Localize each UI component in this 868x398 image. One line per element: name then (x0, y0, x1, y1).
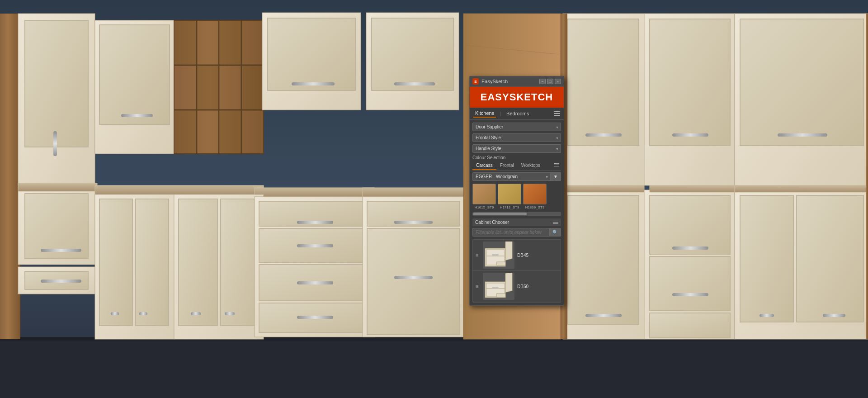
colour-tab-worktops[interactable]: Worktops (518, 161, 544, 170)
cabinet-chooser-header: Cabinet Chooser (472, 218, 561, 226)
swatch-label-h1869: H1869_ST9 (525, 205, 545, 209)
search-row: 🔍 (472, 228, 561, 237)
svg-rect-98 (672, 246, 708, 250)
svg-rect-59 (139, 312, 147, 315)
cabinet-list: ⊞ DB45 (472, 239, 561, 303)
swatch-label-h1615: H1615_ST9 (475, 205, 494, 209)
cabinet-item-db45[interactable]: ⊞ DB45 (473, 240, 561, 271)
svg-rect-108 (797, 195, 863, 322)
svg-rect-56 (99, 199, 132, 326)
svg-rect-57 (136, 199, 169, 326)
app-icon: E (472, 78, 479, 85)
svg-rect-6 (53, 131, 57, 156)
svg-rect-125 (505, 273, 512, 293)
cabinet-chooser-menu-icon[interactable] (553, 221, 558, 224)
svg-rect-110 (823, 314, 845, 317)
panel-window: E EasySketch − □ × EASYSKETCH Kitchens |… (469, 76, 564, 306)
svg-rect-61 (179, 199, 217, 326)
svg-rect-109 (760, 314, 774, 317)
svg-rect-100 (672, 293, 708, 296)
svg-rect-67 (297, 221, 333, 224)
close-button[interactable]: × (555, 79, 561, 84)
colour-tab-menu-icon[interactable] (552, 161, 561, 170)
cabinet-chooser-title: Cabinet Chooser (475, 220, 553, 225)
svg-rect-51 (394, 82, 435, 85)
svg-rect-38 (175, 66, 196, 109)
svg-rect-124 (492, 287, 499, 288)
door-supplier-dropdown-wrap: Door Supplier (472, 123, 561, 131)
minimize-button[interactable]: − (539, 79, 546, 84)
svg-rect-90 (567, 195, 639, 324)
svg-rect-118 (492, 254, 499, 256)
cabinet-expand-db45[interactable]: ⊞ (476, 253, 480, 257)
svg-rect-37 (243, 21, 263, 64)
svg-rect-71 (297, 281, 333, 284)
scene-svg (0, 0, 868, 398)
colour-swatches: H1615_ST9 H1713_ST9 H1869_ST9 (472, 184, 561, 209)
panel-title: EasySketch (481, 79, 537, 84)
svg-rect-87 (567, 19, 639, 146)
svg-rect-73 (297, 316, 333, 319)
cabinet-search-input[interactable] (472, 228, 549, 237)
cabinet-expand-db50[interactable]: ⊞ (476, 284, 480, 289)
colour-selection-label: Colour Selection (472, 155, 561, 160)
svg-rect-102 (650, 185, 740, 192)
svg-rect-88 (585, 133, 622, 137)
svg-rect-35 (198, 21, 218, 64)
egger-btn[interactable]: ▼ (551, 172, 561, 181)
tab-bedrooms[interactable]: Bedrooms (505, 110, 531, 117)
egger-dropdown-row: EGGER - Woodgrain ▼ (472, 172, 561, 181)
swatch-item-0: H1615_ST9 (472, 184, 496, 209)
svg-rect-77 (367, 228, 460, 335)
svg-rect-76 (394, 221, 433, 224)
colour-tabs: Carcass Frontal Worktops (472, 161, 561, 171)
svg-rect-54 (363, 188, 464, 197)
door-supplier-select[interactable]: Door Supplier (472, 123, 561, 131)
cabinet-search-button[interactable]: 🔍 (549, 228, 561, 237)
svg-rect-111 (735, 185, 868, 192)
tab-kitchens[interactable]: Kitchens (473, 109, 496, 118)
swatch-h1615[interactable] (472, 184, 496, 204)
svg-rect-119 (505, 242, 512, 261)
svg-rect-42 (175, 111, 196, 153)
swatch-h1713[interactable] (498, 184, 521, 204)
colour-scroll-thumb (473, 213, 527, 215)
frontal-style-dropdown-wrap: Frontal Style (472, 133, 561, 142)
svg-rect-1 (0, 339, 868, 398)
frontal-style-row: Frontal Style (472, 133, 561, 142)
svg-rect-45 (243, 111, 263, 153)
svg-rect-27 (121, 114, 153, 117)
svg-rect-113 (866, 14, 868, 339)
handle-style-row: Handle Style (472, 144, 561, 153)
panel-body: Door Supplier Frontal Style Handle Style… (470, 120, 564, 305)
svg-rect-34 (175, 21, 196, 64)
app-logo: EASYSKETCH (470, 87, 564, 108)
main-tabs: Kitchens | Bedrooms (470, 108, 564, 120)
colour-scroll-bar[interactable] (472, 212, 561, 216)
tab-menu-icon[interactable] (554, 111, 560, 116)
cabinet-thumb-db45 (483, 242, 514, 269)
svg-rect-95 (672, 133, 708, 137)
svg-rect-116 (496, 262, 505, 265)
colour-tab-carcass[interactable]: Carcass (472, 161, 496, 170)
swatch-item-2: H1869_ST9 (523, 184, 547, 209)
svg-rect-13 (18, 183, 97, 191)
svg-rect-122 (496, 294, 505, 297)
restore-button[interactable]: □ (547, 79, 553, 84)
svg-rect-39 (198, 66, 218, 109)
egger-select[interactable]: EGGER - Woodgrain (472, 172, 551, 181)
svg-rect-78 (394, 276, 433, 279)
svg-rect-91 (585, 314, 622, 317)
titlebar-buttons: − □ × (539, 79, 561, 84)
swatch-h1869[interactable] (523, 184, 547, 204)
colour-tab-frontal[interactable]: Frontal (496, 161, 518, 170)
cabinet-list-scroll[interactable]: ⊞ DB45 (473, 240, 561, 302)
svg-rect-48 (292, 82, 335, 85)
svg-rect-36 (220, 21, 241, 64)
svg-rect-62 (221, 199, 258, 326)
svg-rect-26 (99, 25, 170, 124)
frontal-style-select[interactable]: Frontal Style (472, 133, 561, 142)
cabinet-item-db50[interactable]: ⊞ DB50 (473, 271, 561, 302)
handle-style-select[interactable]: Handle Style (472, 144, 561, 153)
svg-rect-64 (225, 312, 235, 315)
